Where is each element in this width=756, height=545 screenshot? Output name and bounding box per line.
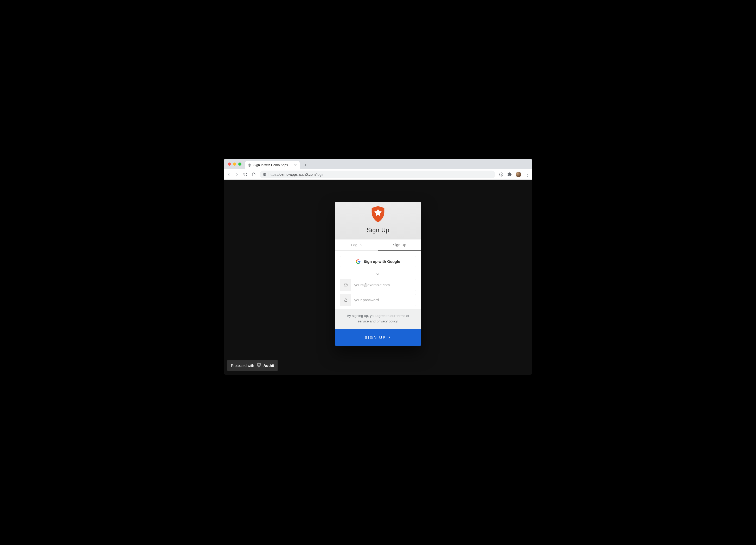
- minimize-window-button[interactable]: [233, 163, 236, 166]
- page-viewport: Sign Up Log In Sign Up: [224, 180, 532, 375]
- protected-brand: Auth0: [264, 363, 274, 368]
- extensions-icon[interactable]: [507, 172, 512, 177]
- url-text: https://demo-apps.auth0.com/login: [268, 172, 324, 177]
- svg-rect-4: [344, 300, 347, 301]
- terms-text: By signing up, you agree to our terms of…: [335, 309, 421, 329]
- divider-or: or: [340, 267, 416, 279]
- submit-label: SIGN UP: [365, 335, 386, 339]
- auth0-mini-shield-icon: [256, 362, 261, 368]
- tab-signup[interactable]: Sign Up: [378, 240, 421, 251]
- address-bar[interactable]: https://demo-apps.auth0.com/login: [260, 171, 495, 178]
- window-controls: [226, 159, 243, 169]
- tab-login[interactable]: Log In: [335, 240, 378, 251]
- auth-title: Sign Up: [337, 227, 419, 234]
- google-button-label: Sign up with Google: [364, 260, 400, 264]
- browser-tab[interactable]: Sign In with Demo Apps ✕: [245, 161, 300, 169]
- password-input[interactable]: [351, 294, 416, 306]
- back-button[interactable]: [226, 172, 231, 177]
- profile-avatar[interactable]: [516, 172, 521, 177]
- auth0-shield-icon: [337, 206, 419, 223]
- browser-toolbar: https://demo-apps.auth0.com/login ⋮: [224, 169, 532, 180]
- signup-with-google-button[interactable]: Sign up with Google: [340, 256, 416, 267]
- signup-submit-button[interactable]: SIGN UP: [335, 329, 421, 346]
- close-tab-button[interactable]: ✕: [294, 163, 297, 167]
- tab-title: Sign In with Demo Apps: [253, 163, 288, 167]
- auth-header: Sign Up: [335, 202, 421, 240]
- email-icon: [340, 279, 351, 291]
- globe-icon: [248, 163, 251, 167]
- browser-window: Sign In with Demo Apps ✕ +: [224, 159, 532, 375]
- email-input[interactable]: [351, 279, 416, 291]
- protected-prefix: Protected with: [231, 363, 254, 368]
- forward-button[interactable]: [235, 172, 239, 177]
- reload-button[interactable]: [243, 172, 248, 177]
- auth-widget: Sign Up Log In Sign Up: [335, 202, 421, 346]
- protected-with-badge[interactable]: Protected with Auth0: [227, 360, 278, 371]
- google-icon: [356, 259, 361, 264]
- lock-icon: [340, 294, 351, 306]
- info-icon[interactable]: [499, 172, 504, 177]
- auth-tabs: Log In Sign Up: [335, 240, 421, 251]
- email-field-wrapper: [340, 279, 416, 291]
- password-field-wrapper: [340, 294, 416, 306]
- zoom-window-button[interactable]: [238, 163, 241, 166]
- site-info-icon[interactable]: [263, 173, 266, 176]
- new-tab-button[interactable]: +: [302, 162, 309, 169]
- tab-strip: Sign In with Demo Apps ✕ +: [224, 159, 532, 169]
- chevron-right-icon: [388, 336, 391, 339]
- browser-menu-button[interactable]: ⋮: [525, 172, 530, 177]
- home-button[interactable]: [251, 172, 256, 177]
- close-window-button[interactable]: [228, 163, 231, 166]
